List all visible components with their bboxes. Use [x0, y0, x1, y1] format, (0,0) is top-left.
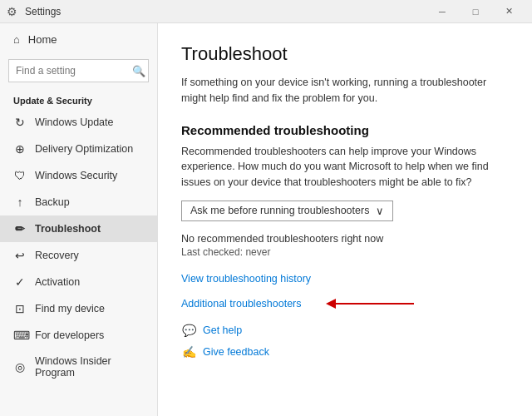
home-icon: ⌂	[13, 33, 20, 46]
titlebar: ⚙ Settings ─ □ ✕	[0, 0, 532, 23]
sidebar-item-windows-security[interactable]: 🛡 Windows Security	[0, 162, 157, 189]
dropdown-label: Ask me before running troubleshooters	[190, 205, 369, 216]
sidebar-item-find-my-device[interactable]: ⊡ Find my device	[0, 295, 157, 322]
troubleshoot-icon: ✏	[13, 222, 27, 235]
find-my-device-icon: ⊡	[13, 302, 27, 315]
additional-troubleshooters-row: Additional troubleshooters	[181, 298, 509, 310]
chevron-down-icon: ∨	[376, 205, 384, 217]
app-body: ⌂ Home 🔍 Update & Security ↻ Windows Upd…	[0, 23, 532, 416]
close-button[interactable]: ✕	[492, 0, 525, 23]
additional-troubleshooters-link[interactable]: Additional troubleshooters	[181, 298, 302, 310]
recommended-desc: Recommended troubleshooters can help imp…	[181, 144, 509, 191]
windows-insider-icon: ◎	[13, 360, 27, 374]
sidebar-label: Windows Update	[35, 116, 114, 128]
sidebar-label: For developers	[35, 329, 104, 341]
backup-icon: ↑	[13, 196, 27, 209]
get-help-icon: 💬	[181, 323, 196, 338]
give-feedback-icon: ✍	[181, 344, 196, 359]
red-arrow-icon	[323, 295, 422, 315]
window-controls: ─ □ ✕	[426, 0, 525, 23]
give-feedback-item[interactable]: ✍ Give feedback	[181, 344, 509, 359]
sidebar-item-delivery-optimization[interactable]: ⊕ Delivery Optimization	[0, 136, 157, 162]
sidebar-item-recovery[interactable]: ↩ Recovery	[0, 242, 157, 269]
sidebar-label: Windows Security	[35, 170, 117, 181]
titlebar-title: Settings	[25, 6, 426, 17]
sidebar-item-windows-insider[interactable]: ◎ Windows Insider Program	[0, 349, 157, 385]
sidebar-item-backup[interactable]: ↑ Backup	[0, 189, 157, 215]
windows-security-icon: 🛡	[13, 169, 27, 182]
sidebar-item-for-developers[interactable]: ⌨ For developers	[0, 322, 157, 349]
sidebar-item-activation[interactable]: ✓ Activation	[0, 269, 157, 295]
sidebar-search-container: 🔍	[8, 59, 149, 82]
sidebar-section-title: Update & Security	[0, 91, 157, 109]
recovery-icon: ↩	[13, 249, 27, 262]
get-help-item[interactable]: 💬 Get help	[181, 323, 509, 338]
minimize-button[interactable]: ─	[426, 0, 459, 23]
view-history-link[interactable]: View troubleshooting history	[181, 273, 509, 285]
page-title: Troubleshoot	[181, 43, 509, 65]
home-label: Home	[28, 33, 57, 46]
status-text: No recommended troubleshooters right now	[181, 233, 509, 245]
search-icon-button[interactable]: 🔍	[132, 65, 145, 77]
for-developers-icon: ⌨	[13, 329, 27, 342]
content-intro: If something on your device isn't workin…	[181, 75, 509, 106]
give-feedback-label[interactable]: Give feedback	[203, 346, 269, 358]
sidebar-label: Find my device	[35, 303, 105, 314]
sidebar-label: Backup	[35, 196, 70, 208]
sidebar-label: Activation	[35, 276, 80, 288]
get-help-label[interactable]: Get help	[203, 324, 242, 336]
status-sub: Last checked: never	[181, 246, 509, 258]
sidebar-label: Delivery Optimization	[35, 143, 133, 155]
sidebar-label: Troubleshoot	[35, 223, 101, 235]
windows-update-icon: ↻	[13, 116, 27, 129]
sidebar-label: Recovery	[35, 250, 79, 261]
sidebar-item-troubleshoot[interactable]: ✏ Troubleshoot	[0, 215, 157, 242]
helper-links: 💬 Get help ✍ Give feedback	[181, 323, 509, 359]
delivery-optimization-icon: ⊕	[13, 142, 27, 156]
sidebar-item-windows-update[interactable]: ↻ Windows Update	[0, 109, 157, 136]
sidebar-home-item[interactable]: ⌂ Home	[0, 23, 157, 56]
troubleshoot-dropdown[interactable]: Ask me before running troubleshooters ∨	[181, 201, 393, 221]
search-input[interactable]	[8, 59, 149, 82]
maximize-button[interactable]: □	[459, 0, 492, 23]
settings-icon: ⚙	[7, 5, 20, 18]
sidebar: ⌂ Home 🔍 Update & Security ↻ Windows Upd…	[0, 23, 158, 416]
sidebar-label: Windows Insider Program	[35, 355, 144, 379]
activation-icon: ✓	[13, 275, 27, 289]
content-area: Troubleshoot If something on your device…	[158, 23, 532, 416]
recommended-heading: Recommended troubleshooting	[181, 123, 509, 137]
